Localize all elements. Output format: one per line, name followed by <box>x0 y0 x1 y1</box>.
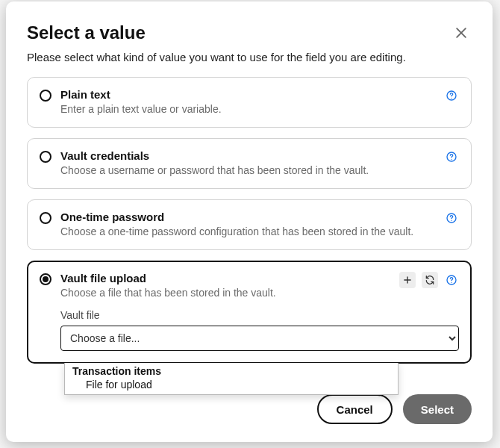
option-desc: Choose a username or password that has b… <box>60 164 435 178</box>
option-desc: Choose a file that has been stored in th… <box>60 286 390 300</box>
dialog-title: Select a value <box>27 22 146 43</box>
help-icon <box>446 274 457 286</box>
refresh-icon <box>425 275 435 285</box>
svg-point-11 <box>451 281 451 282</box>
option-title: Plain text <box>60 88 435 101</box>
radio-vault-credentials[interactable] <box>40 151 51 163</box>
cancel-button[interactable]: Cancel <box>317 394 393 424</box>
help-button[interactable] <box>444 211 459 225</box>
add-button[interactable] <box>399 272 416 288</box>
help-button[interactable] <box>444 273 459 287</box>
refresh-button[interactable] <box>422 272 438 288</box>
vault-file-dropdown: Transaction items File for upload <box>64 363 399 395</box>
help-icon <box>446 151 457 163</box>
option-title: Vault credentials <box>60 149 435 162</box>
select-button[interactable]: Select <box>403 394 472 424</box>
close-button[interactable] <box>451 22 472 43</box>
help-icon <box>446 212 457 224</box>
svg-point-3 <box>451 98 451 99</box>
plus-icon <box>402 275 413 285</box>
option-vault-file-upload[interactable]: Vault file upload Choose a file that has… <box>27 261 472 364</box>
option-one-time-password[interactable]: One-time password Choose a one-time pass… <box>27 199 472 250</box>
option-title: Vault file upload <box>60 272 390 284</box>
radio-plain-text[interactable] <box>40 90 51 102</box>
vault-file-label: Vault file <box>60 309 459 321</box>
close-icon <box>454 25 469 40</box>
help-button[interactable] <box>444 149 459 164</box>
svg-point-5 <box>451 159 451 160</box>
option-title: One-time password <box>60 211 435 223</box>
svg-point-7 <box>451 220 451 220</box>
option-desc: Choose a one-time password configuration… <box>60 225 435 239</box>
dropdown-item-file-for-upload[interactable]: File for upload <box>65 377 398 394</box>
vault-file-select[interactable]: Choose a file... <box>60 326 459 351</box>
radio-vault-file-upload[interactable] <box>40 273 51 285</box>
option-desc: Enter a plain text value or variable. <box>60 102 435 116</box>
dropdown-group: Transaction items <box>65 363 398 377</box>
help-icon <box>446 90 457 102</box>
dialog-footer: Cancel Select <box>317 394 472 424</box>
help-button[interactable] <box>444 88 459 103</box>
dialog-subtitle: Please select what kind of value you wan… <box>27 51 472 63</box>
option-plain-text[interactable]: Plain text Enter a plain text value or v… <box>27 77 472 128</box>
select-value-dialog: Select a value Please select what kind o… <box>6 1 493 442</box>
radio-otp[interactable] <box>40 212 51 224</box>
option-vault-credentials[interactable]: Vault credentials Choose a username or p… <box>27 138 472 189</box>
